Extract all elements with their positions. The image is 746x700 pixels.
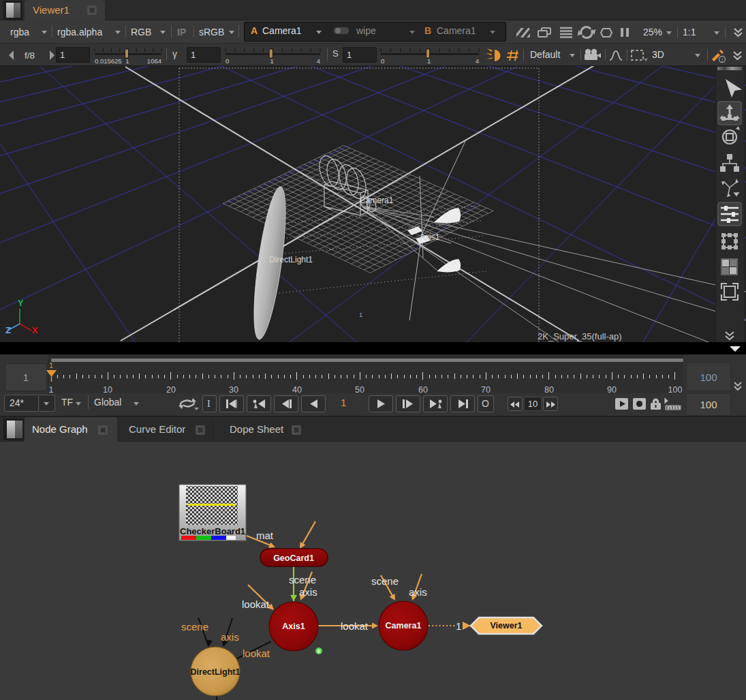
svg-text:4: 4 <box>476 57 479 65</box>
svg-text:Axis1: Axis1 <box>282 622 305 631</box>
svg-text:0: 0 <box>381 57 384 65</box>
svg-text:X: X <box>32 325 38 335</box>
svg-text:Axis1: Axis1 <box>420 232 440 242</box>
svg-text:1: 1 <box>49 361 53 369</box>
svg-text:70: 70 <box>481 385 491 393</box>
svg-text:DirectLight1: DirectLight1 <box>191 667 240 677</box>
svg-text:1: 1 <box>359 311 362 318</box>
svg-text:Z: Z <box>5 325 11 335</box>
svg-text:4: 4 <box>317 57 320 65</box>
svg-text:axis: axis <box>409 586 427 598</box>
svg-text:1: 1 <box>427 57 431 65</box>
svg-text:1: 1 <box>270 57 273 65</box>
svg-text:20: 20 <box>166 385 176 393</box>
svg-text:f/8: f/8 <box>25 50 35 61</box>
svg-text:90: 90 <box>607 385 617 393</box>
svg-text:Default: Default <box>530 49 560 60</box>
svg-text:40: 40 <box>292 385 302 393</box>
svg-text:scene: scene <box>289 574 316 585</box>
svg-text:10: 10 <box>103 385 112 393</box>
svg-text:100: 100 <box>668 385 683 393</box>
svg-text:E: E <box>317 649 321 654</box>
svg-text:0: 0 <box>226 57 229 65</box>
svg-text:Y: Y <box>18 298 24 308</box>
svg-text:30: 30 <box>229 385 238 393</box>
svg-text:i: i <box>721 57 723 62</box>
svg-text:1: 1 <box>125 57 129 65</box>
svg-text:60: 60 <box>418 385 428 393</box>
svg-text:CheckerBoard1: CheckerBoard1 <box>180 526 245 536</box>
svg-text:3D: 3D <box>652 49 664 60</box>
svg-text:lookat: lookat <box>341 620 369 632</box>
svg-text:Camera1: Camera1 <box>360 196 394 205</box>
svg-text:1: 1 <box>456 620 461 632</box>
svg-text:axis: axis <box>221 631 239 643</box>
svg-text:50: 50 <box>355 385 364 393</box>
svg-text:scene: scene <box>371 575 399 587</box>
svg-text:2K_Super_35(full-ap): 2K_Super_35(full-ap) <box>538 331 622 341</box>
svg-text:lookat: lookat <box>243 648 270 659</box>
svg-text:Camera1: Camera1 <box>386 621 422 630</box>
svg-text:25%: 25% <box>643 27 662 37</box>
svg-text:O: O <box>482 398 489 409</box>
svg-text:0.015625: 0.015625 <box>95 57 122 65</box>
svg-text:1:1: 1:1 <box>683 27 696 37</box>
svg-text:lookat: lookat <box>242 598 270 610</box>
svg-text:DirectLight1: DirectLight1 <box>269 255 313 264</box>
svg-text:scene: scene <box>181 621 208 633</box>
svg-text:1: 1 <box>49 385 54 393</box>
svg-text:1064: 1064 <box>147 57 161 65</box>
svg-text:GeoCard1: GeoCard1 <box>273 553 314 563</box>
svg-text:axis: axis <box>299 586 317 598</box>
svg-text:Viewer1: Viewer1 <box>490 621 522 630</box>
svg-text:mat: mat <box>256 530 274 541</box>
svg-text:I: I <box>207 399 211 409</box>
svg-text:80: 80 <box>544 385 554 393</box>
